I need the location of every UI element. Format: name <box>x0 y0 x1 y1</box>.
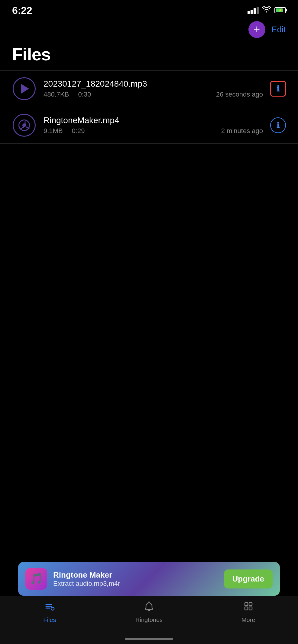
play-triangle-icon <box>21 84 29 94</box>
file-duration-2: 0:29 <box>72 127 85 135</box>
tab-files[interactable]: Files <box>0 601 99 623</box>
file-timestamp-1: 26 seconds ago <box>216 91 263 98</box>
status-icons: ⚡ <box>248 6 286 14</box>
tab-ringtones-label: Ringtones <box>135 617 163 623</box>
info-button-1[interactable]: ℹ <box>270 81 286 97</box>
svg-rect-15 <box>249 607 252 610</box>
svg-rect-13 <box>249 603 252 606</box>
info-icon-1: ℹ <box>277 84 280 94</box>
edit-button[interactable]: Edit <box>271 25 286 34</box>
file-timestamp-2: 2 minutes ago <box>221 127 263 135</box>
status-bar: 6:22 ⚡ <box>0 0 298 18</box>
file-duration-1: 0:30 <box>78 91 91 98</box>
svg-line-8 <box>52 607 53 607</box>
signal-icon <box>248 7 259 14</box>
file-info-2: RingtoneMaker.mp4 9.1MB 0:29 2 minutes a… <box>44 116 263 135</box>
add-button[interactable]: + <box>248 21 265 38</box>
battery-icon: ⚡ <box>274 7 286 13</box>
file-size-2: 9.1MB <box>44 127 63 135</box>
file-name-2: RingtoneMaker.mp4 <box>44 116 263 125</box>
tab-more[interactable]: More <box>199 601 298 623</box>
files-tab-icon <box>44 601 55 614</box>
tab-ringtones[interactable]: Ringtones <box>99 601 199 623</box>
tab-files-label: Files <box>43 617 56 623</box>
wifi-icon <box>262 6 271 14</box>
upgrade-button[interactable]: Upgrade <box>224 569 273 588</box>
file-item[interactable]: 20230127_182024840.mp3 480.7KB 0:30 26 s… <box>0 71 298 107</box>
file-icon-video <box>12 113 36 137</box>
file-size-1: 480.7KB <box>44 91 69 98</box>
home-indicator <box>125 638 173 640</box>
banner-title: Ringtone Maker <box>53 570 218 580</box>
file-name-1: 20230127_182024840.mp3 <box>44 79 263 89</box>
reel-circle-icon <box>13 114 36 137</box>
tab-more-label: More <box>241 617 255 623</box>
reel-inner-icon <box>18 120 30 131</box>
svg-rect-12 <box>245 603 248 606</box>
more-tab-icon <box>243 601 254 614</box>
page-title: Files <box>0 41 298 70</box>
banner-text: Ringtone Maker Extract audio,mp3,m4r <box>53 570 218 588</box>
ringtones-tab-icon <box>144 601 154 614</box>
plus-icon: + <box>254 24 260 35</box>
svg-line-2 <box>21 127 24 129</box>
file-meta-1: 480.7KB 0:30 26 seconds ago <box>44 91 263 98</box>
info-button-2[interactable]: ℹ <box>270 117 286 133</box>
file-item-2[interactable]: RingtoneMaker.mp4 9.1MB 0:29 2 minutes a… <box>0 107 298 144</box>
reel-spokes-svg <box>19 120 31 132</box>
svg-line-1 <box>27 127 29 129</box>
upgrade-banner[interactable]: 🎵 Ringtone Maker Extract audio,mp3,m4r U… <box>18 562 280 596</box>
music-note-icon: 🎵 <box>30 572 43 585</box>
file-info-1: 20230127_182024840.mp3 480.7KB 0:30 26 s… <box>44 79 263 98</box>
play-circle-icon <box>13 77 36 100</box>
file-list: 20230127_182024840.mp3 480.7KB 0:30 26 s… <box>0 71 298 144</box>
file-icon-audio <box>12 77 36 101</box>
svg-point-6 <box>51 607 54 610</box>
info-icon-2: ℹ <box>277 121 280 130</box>
file-meta-2: 9.1MB 0:29 2 minutes ago <box>44 127 263 135</box>
banner-app-icon: 🎵 <box>25 568 47 590</box>
tab-bar: Files Ringtones More <box>0 596 298 644</box>
svg-rect-14 <box>245 607 248 610</box>
status-time: 6:22 <box>12 5 32 16</box>
banner-subtitle: Extract audio,mp3,m4r <box>53 580 218 588</box>
header: + Edit <box>0 18 298 41</box>
